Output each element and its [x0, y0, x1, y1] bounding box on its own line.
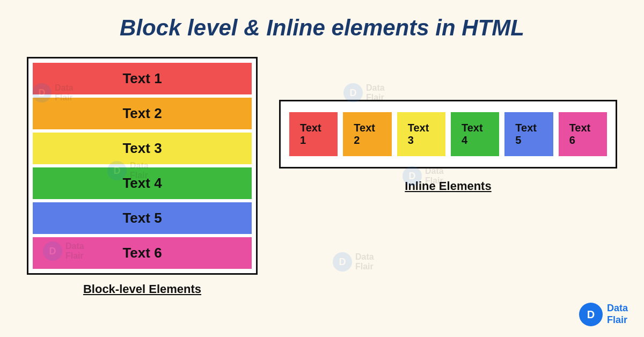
inline-item-4: Text 4 — [451, 112, 499, 156]
block-level-box: Text 1 Text 2 Text 3 Text 4 Text 5 Text … — [27, 57, 258, 275]
inline-section: Text 1 Text 2 Text 3 Text 4 Text 5 Text … — [279, 57, 617, 296]
inline-item-3: Text 3 — [397, 112, 445, 156]
block-item-3: Text 3 — [33, 133, 252, 164]
block-item-1: Text 1 — [33, 63, 252, 94]
block-item-4: Text 4 — [33, 167, 252, 199]
block-item-5: Text 5 — [33, 202, 252, 234]
logo-text: Data Flair — [607, 303, 628, 326]
logo-bottom: D Data Flair — [579, 303, 628, 326]
inline-item-6: Text 6 — [559, 112, 607, 156]
block-item-6: Text 6 — [33, 237, 252, 269]
inline-elements-label: Inline Elements — [279, 179, 617, 193]
content-area: Text 1 Text 2 Text 3 Text 4 Text 5 Text … — [0, 52, 644, 307]
block-level-section: Text 1 Text 2 Text 3 Text 4 Text 5 Text … — [27, 57, 258, 296]
inline-item-1: Text 1 — [289, 112, 338, 156]
block-level-label: Block-level Elements — [27, 282, 258, 296]
inline-item-5: Text 5 — [504, 112, 553, 156]
block-item-2: Text 2 — [33, 98, 252, 129]
inline-item-2: Text 2 — [343, 112, 391, 156]
inline-box: Text 1 Text 2 Text 3 Text 4 Text 5 Text … — [279, 100, 617, 169]
page-title: Block level & Inline elements in HTML — [0, 0, 644, 52]
logo-icon: D — [579, 303, 603, 326]
